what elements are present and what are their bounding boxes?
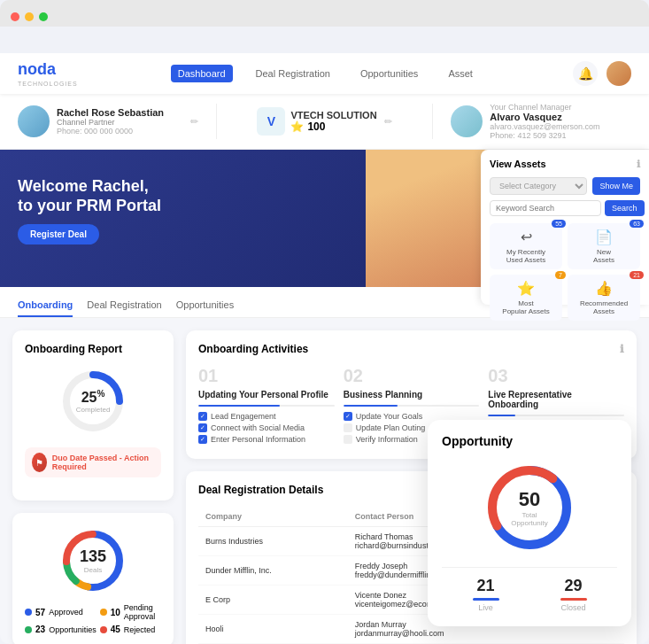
user-phone: Phone: 000 000 0000 xyxy=(57,127,183,136)
opp-total: 50 xyxy=(506,488,554,511)
assets-title: View Assets ℹ xyxy=(490,159,640,170)
fullscreen-dot[interactable] xyxy=(39,12,48,21)
divider-2 xyxy=(432,104,433,139)
user-profile-card: Rachel Rose Sebastian Channel Partner Ph… xyxy=(18,105,198,137)
opportunities-stat: 23 Opportunities xyxy=(25,625,97,634)
popular-assets-label: MostPopular Assets xyxy=(502,299,549,315)
minimize-dot[interactable] xyxy=(25,12,34,21)
new-assets-label: NewAssets xyxy=(593,248,614,264)
opp-live-num: 21 xyxy=(442,577,529,595)
opportunity-title: Opportunity xyxy=(442,434,617,448)
opp-live-indicator xyxy=(473,598,499,601)
task-2-3-label: Verify Information xyxy=(356,435,418,444)
col-company: Company xyxy=(198,507,348,527)
company-3: E Corp xyxy=(198,586,348,615)
nav-link-dashboard[interactable]: Dashboard xyxy=(171,65,233,82)
opportunity-donut: 50 Total Opportunity xyxy=(442,459,617,556)
user-avatar[interactable] xyxy=(607,61,631,86)
divider-1 xyxy=(216,104,217,139)
popular-assets-icon: ⭐ xyxy=(495,280,557,297)
task-1-2-check: ✓ xyxy=(198,423,207,432)
nav-link-asset[interactable]: Asset xyxy=(441,65,480,82)
completion-pct: 25% xyxy=(76,389,111,406)
recommended-assets-badge: 21 xyxy=(630,271,644,279)
task-1-3-check: ✓ xyxy=(198,435,207,444)
donut-wrap: 25% Completed xyxy=(58,366,128,437)
report-title: Onboarding Report xyxy=(25,343,161,355)
engagement-badge: ⭐ 100 xyxy=(290,120,376,133)
asset-grid: 55 ↩ My RecentlyUsed Assets 63 📄 NewAsse… xyxy=(490,223,640,321)
close-dot[interactable] xyxy=(11,12,19,21)
opportunities-dot xyxy=(25,626,32,633)
tab-opportunities[interactable]: Opportunities xyxy=(176,294,234,317)
activity-1: 01 Updating Your Personal Profile ✓ Lead… xyxy=(198,366,335,446)
task-2-1-label: Update Your Goals xyxy=(356,412,423,421)
category-select[interactable]: Select Category xyxy=(490,177,587,195)
company-name: VTECH SOLUTION xyxy=(290,110,376,120)
deals-sub: Deals xyxy=(80,566,106,574)
opp-closed-stat: 29 Closed xyxy=(529,577,617,612)
tab-deal-registration[interactable]: Deal Registration xyxy=(87,294,161,317)
new-assets[interactable]: 63 📄 NewAssets xyxy=(568,223,640,269)
company-1: Burns Industries xyxy=(198,527,348,556)
task-2-3-check xyxy=(344,435,352,444)
pending-dot xyxy=(100,609,107,616)
nav-link-opportunities[interactable]: Opportunities xyxy=(353,65,425,82)
manager-title: Your Channel Manager xyxy=(490,103,599,112)
pending-stat: 10 Pending Approval xyxy=(100,603,161,621)
activity-1-title: Updating Your Personal Profile xyxy=(198,390,335,400)
opp-total-label: Total Opportunity xyxy=(506,511,554,527)
assets-info-icon: ℹ xyxy=(637,159,640,170)
show-me-button[interactable]: Show Me xyxy=(592,177,640,195)
hero-section-wrapper: Welcome Rachel, to your PRM Portal Regis… xyxy=(0,150,649,287)
activity-2-title: Business Planning xyxy=(344,390,480,400)
hero-greeting: Welcome Rachel, xyxy=(18,176,161,197)
nav-links: Dashboard Deal Registration Opportunitie… xyxy=(171,65,480,82)
activities-info-icon: ℹ xyxy=(620,343,624,355)
opportunity-card: Opportunity 50 Total Opportunity xyxy=(428,420,631,626)
asset-search-input[interactable] xyxy=(490,200,601,216)
opp-live-stat: 21 Live xyxy=(442,577,529,612)
recommended-assets[interactable]: 21 👍 RecommendedAssets xyxy=(568,275,640,321)
browser-chrome xyxy=(0,0,649,27)
popular-assets[interactable]: 7 ⭐ MostPopular Assets xyxy=(490,275,562,321)
task-1-2-label: Connect with Social Media xyxy=(211,423,305,432)
recommended-assets-label: RecommendedAssets xyxy=(580,299,628,315)
user-profile-info: Rachel Rose Sebastian Channel Partner Ph… xyxy=(57,107,183,136)
asset-search-button[interactable]: Search xyxy=(605,200,645,216)
page-scroll: noda TECHNOLOGIES Dashboard Deal Registr… xyxy=(0,27,649,644)
recently-used-badge: 55 xyxy=(552,220,566,228)
user-role: Channel Partner xyxy=(57,118,183,127)
top-nav: noda TECHNOLOGIES Dashboard Deal Registr… xyxy=(0,53,649,94)
manager-name: Alvaro Vasquez xyxy=(490,112,599,122)
completion-donut: 25% Completed xyxy=(25,366,161,437)
task-1-1-check: ✓ xyxy=(198,412,207,421)
activity-1-progress-fill xyxy=(198,405,280,407)
company-section: V VTECH SOLUTION ⭐ 100 ✏ xyxy=(235,107,415,136)
logo-sub: TECHNOLOGIES xyxy=(18,81,78,87)
engagement-score: 100 xyxy=(307,120,325,133)
rejected-label: Rejected xyxy=(124,625,156,634)
opportunities-num: 23 xyxy=(35,625,45,634)
manager-avatar xyxy=(451,105,483,137)
company-4: Hooli xyxy=(198,615,348,644)
recently-used-asset[interactable]: 55 ↩ My RecentlyUsed Assets xyxy=(490,223,562,269)
manager-card: Your Channel Manager Alvaro Vasquez alva… xyxy=(451,103,631,140)
recently-used-icon: ↩ xyxy=(495,229,557,245)
nav-link-deal[interactable]: Deal Registration xyxy=(249,65,337,82)
notification-bell[interactable]: 🔔 xyxy=(573,61,598,86)
opp-stats: 21 Live 29 Closed xyxy=(442,567,617,612)
company-2: Dunder Mifflin, Inc. xyxy=(198,556,348,586)
edit-company-icon[interactable]: ✏ xyxy=(384,116,392,128)
manager-phone: Phone: 412 509 3291 xyxy=(490,131,599,140)
edit-user-icon[interactable]: ✏ xyxy=(190,116,198,128)
activity-2-progress-bar xyxy=(344,405,480,407)
rejected-num: 45 xyxy=(111,625,120,634)
tab-onboarding[interactable]: Onboarding xyxy=(18,294,73,317)
opp-closed-label: Closed xyxy=(529,603,617,612)
task-2-1-check: ✓ xyxy=(344,412,352,421)
register-deal-button[interactable]: Register Deal xyxy=(18,224,99,244)
activity-3-num: 03 xyxy=(488,366,624,386)
opp-closed-num: 29 xyxy=(529,577,617,595)
task-1-3-label: Enter Personal Information xyxy=(211,435,305,444)
